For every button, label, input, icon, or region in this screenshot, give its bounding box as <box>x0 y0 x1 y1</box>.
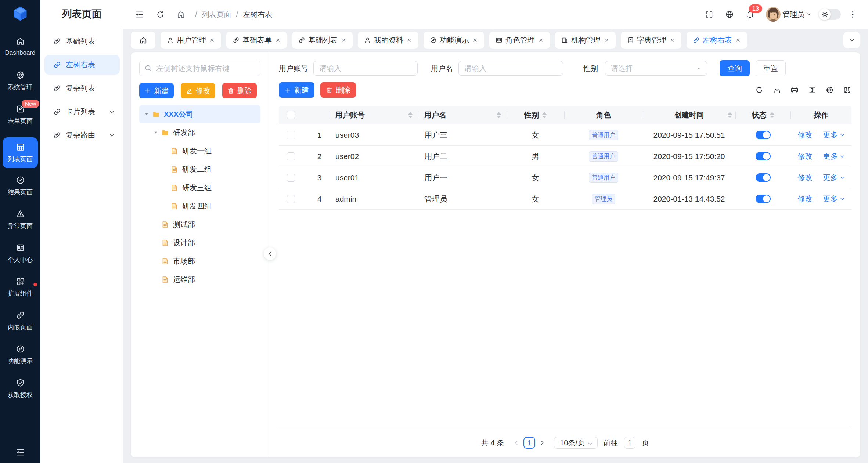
page-size-select[interactable]: 10条/页 <box>554 437 598 449</box>
primary-nav-item[interactable]: 异常页面 <box>3 207 38 241</box>
more-link[interactable]: 更多 <box>823 151 845 161</box>
sort-icon[interactable] <box>770 112 774 118</box>
status-toggle[interactable] <box>756 195 771 203</box>
tree-caret-icon[interactable] <box>144 112 149 116</box>
primary-nav-item[interactable]: 内嵌页面 <box>3 308 38 342</box>
close-icon[interactable] <box>341 37 346 43</box>
more-link[interactable]: 更多 <box>823 130 845 140</box>
edit-link[interactable]: 修改 <box>798 194 813 204</box>
filter-name-input[interactable] <box>458 61 563 76</box>
tab[interactable]: 我的资料 <box>358 32 418 49</box>
header-name[interactable]: 用户名 <box>418 106 507 124</box>
close-icon[interactable] <box>538 37 544 43</box>
primary-nav-item[interactable]: Dashboard <box>3 35 38 68</box>
tree-node[interactable]: 研发三组 <box>139 178 260 197</box>
close-icon[interactable] <box>275 37 281 43</box>
primary-nav-item[interactable]: 表单页面 New <box>3 102 38 136</box>
primary-nav-item[interactable]: 获取授权 <box>3 376 38 410</box>
row-checkbox[interactable] <box>287 195 295 203</box>
reset-button[interactable]: 重置 <box>756 60 786 76</box>
prev-page-button[interactable] <box>512 440 521 446</box>
search-button[interactable]: 查询 <box>720 60 750 76</box>
tab[interactable] <box>131 32 155 49</box>
edit-link[interactable]: 修改 <box>798 130 813 140</box>
select-all-checkbox[interactable] <box>287 111 295 119</box>
tab[interactable]: 机构管理 <box>555 32 616 49</box>
tree-node[interactable]: XXX公司 <box>139 105 260 123</box>
tree-search-input[interactable] <box>139 61 260 76</box>
table-refresh-button[interactable] <box>755 86 763 94</box>
breadcrumb-item[interactable]: 列表页面 <box>202 10 231 19</box>
tree-node[interactable]: 运维部 <box>139 270 260 289</box>
menu-fold-button[interactable] <box>135 10 144 19</box>
tree-node[interactable]: 设计部 <box>139 234 260 252</box>
filter-account-input[interactable] <box>313 61 418 76</box>
refresh-button[interactable] <box>156 10 165 19</box>
tree-delete-button[interactable]: 删除 <box>222 83 257 98</box>
avatar[interactable] <box>766 7 781 22</box>
create-button[interactable]: 新建 <box>279 82 314 98</box>
next-page-button[interactable] <box>538 440 546 446</box>
table-settings-button[interactable] <box>826 86 834 94</box>
edit-link[interactable]: 修改 <box>798 173 813 182</box>
table-fullscreen-button[interactable] <box>843 86 851 94</box>
close-icon[interactable] <box>209 37 215 43</box>
sort-icon[interactable] <box>497 112 501 118</box>
primary-nav-item[interactable]: 列表页面 <box>3 137 38 168</box>
notifications-button[interactable]: 13 <box>746 10 754 19</box>
tree-create-button[interactable]: 新建 <box>139 83 174 98</box>
filter-gender-select[interactable]: 请选择 <box>605 61 707 76</box>
submenu-item[interactable]: 左树右表 <box>44 55 120 75</box>
status-toggle[interactable] <box>756 152 771 160</box>
sidebar-collapse-button[interactable] <box>15 448 25 463</box>
row-checkbox[interactable] <box>287 174 295 182</box>
tree-node[interactable]: 研发一组 <box>139 142 260 160</box>
tree-node[interactable]: 市场部 <box>139 252 260 270</box>
more-options-button[interactable] <box>849 10 857 19</box>
submenu-item[interactable]: 卡片列表 <box>44 102 120 122</box>
submenu-item[interactable]: 基础列表 <box>44 32 120 51</box>
table-print-button[interactable] <box>790 86 799 94</box>
header-gender[interactable]: 性别 <box>507 106 564 124</box>
tab[interactable]: 字典管理 <box>621 32 681 49</box>
submenu-item[interactable]: 复杂列表 <box>44 79 120 98</box>
tree-node[interactable]: 研发二组 <box>139 160 260 178</box>
tab[interactable]: 基础列表 <box>292 32 353 49</box>
goto-page-input[interactable] <box>624 437 635 449</box>
submenu-item[interactable]: 复杂路由 <box>44 126 120 145</box>
theme-toggle[interactable] <box>819 9 841 20</box>
primary-nav-item[interactable]: 结果页面 <box>3 173 38 207</box>
table-rowheight-button[interactable] <box>808 86 816 94</box>
tree-node[interactable]: 研发部 <box>139 123 260 142</box>
sort-icon[interactable] <box>728 112 732 118</box>
tree-modify-button[interactable]: 修改 <box>181 83 215 98</box>
tab[interactable]: 角色管理 <box>489 32 550 49</box>
tree-node[interactable]: 研发四组 <box>139 197 260 215</box>
close-icon[interactable] <box>735 37 741 43</box>
close-icon[interactable] <box>407 37 412 43</box>
primary-nav-item[interactable]: 扩展组件 <box>3 275 38 308</box>
tab[interactable]: 用户管理 <box>161 32 221 49</box>
edit-link[interactable]: 修改 <box>798 151 813 161</box>
header-created[interactable]: 创建时间 <box>643 106 735 124</box>
tab[interactable]: 功能演示 <box>424 32 484 49</box>
tab[interactable]: 左树右表 <box>687 32 747 49</box>
primary-nav-item[interactable]: 功能演示 <box>3 342 38 376</box>
sort-icon[interactable] <box>408 112 413 118</box>
close-icon[interactable] <box>604 37 609 43</box>
table-export-button[interactable] <box>773 86 781 94</box>
sort-icon[interactable] <box>542 112 547 118</box>
tab[interactable]: 基础表单 <box>226 32 287 49</box>
status-toggle[interactable] <box>756 173 771 182</box>
fullscreen-button[interactable] <box>705 10 713 19</box>
more-link[interactable]: 更多 <box>823 173 845 182</box>
collapse-tree-button[interactable] <box>264 247 276 260</box>
breadcrumb-home[interactable] <box>177 10 185 19</box>
row-checkbox[interactable] <box>287 131 295 139</box>
primary-nav-item[interactable]: 个人中心 <box>3 241 38 275</box>
close-icon[interactable] <box>472 37 478 43</box>
user-menu[interactable]: 管理员 <box>781 10 811 19</box>
primary-nav-item[interactable]: 系统管理 <box>3 68 38 102</box>
tabs-more-button[interactable] <box>843 32 860 48</box>
language-button[interactable] <box>725 10 734 19</box>
